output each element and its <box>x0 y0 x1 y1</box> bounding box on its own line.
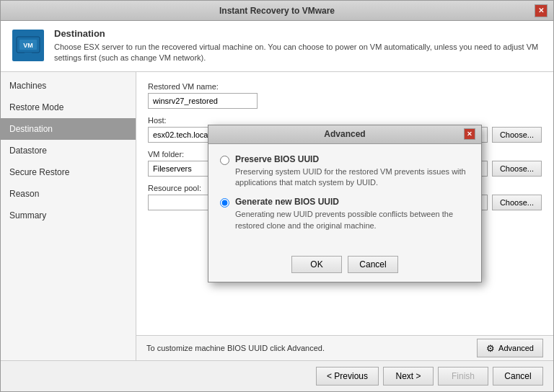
advanced-label: Advanced <box>498 344 534 352</box>
title-bar: Instant Recovery to VMware ✕ <box>1 1 553 21</box>
header-text: Destination Choose ESX server to run the… <box>54 28 543 64</box>
footer: < Previous Next > Finish Cancel <box>1 360 553 391</box>
generate-bios-radio[interactable] <box>220 198 229 208</box>
sidebar-item-summary[interactable]: Summary <box>1 205 136 226</box>
advanced-modal: Advanced ✕ Preserve BIOS UUID Prese <box>208 125 482 283</box>
content-area: Restored VM name: Host: Choose... VM fol… <box>136 72 553 335</box>
preserve-bios-label: Preserve BIOS UUID <box>235 154 470 164</box>
cancel-button[interactable]: Cancel <box>493 367 543 386</box>
sidebar-item-datastore[interactable]: Datastore <box>1 140 136 161</box>
modal-title-bar: Advanced ✕ <box>208 125 481 144</box>
modal-footer: OK Cancel <box>208 250 481 282</box>
modal-cancel-button[interactable]: Cancel <box>348 256 398 273</box>
modal-close-button[interactable]: ✕ <box>464 128 475 140</box>
gear-icon: ⚙ <box>486 343 495 354</box>
next-button[interactable]: Next > <box>383 367 434 386</box>
preserve-bios-radio[interactable] <box>220 156 229 165</box>
preserve-option: Preserve BIOS UUID Preserving system UUI… <box>220 154 470 189</box>
bottom-bar: To customize machine BIOS UUID click Adv… <box>136 335 553 360</box>
modal-ok-button[interactable]: OK <box>291 256 342 273</box>
bottom-hint: To customize machine BIOS UUID click Adv… <box>146 344 325 352</box>
header-icon: VM <box>11 28 45 63</box>
main-window: Instant Recovery to VMware ✕ VM Destinat… <box>0 0 554 392</box>
svg-rect-3 <box>21 55 35 56</box>
preserve-bios-desc: Preserving system UUID for the restored … <box>235 166 470 189</box>
sidebar: Machines Restore Mode Destination Datast… <box>1 72 136 360</box>
svg-rect-2 <box>25 53 32 55</box>
generate-option: Generate new BIOS UUID Generating new UU… <box>220 197 470 231</box>
sidebar-item-secure-restore[interactable]: Secure Restore <box>1 161 136 183</box>
modal-body: Preserve BIOS UUID Preserving system UUI… <box>208 144 481 251</box>
sidebar-item-destination[interactable]: Destination <box>1 118 136 140</box>
header-description: Choose ESX server to run the recovered v… <box>54 42 543 64</box>
generate-bios-desc: Generating new UUID prevents possible co… <box>235 209 470 231</box>
finish-button[interactable]: Finish <box>438 367 488 386</box>
window-close-button[interactable]: ✕ <box>535 4 548 17</box>
advanced-button[interactable]: ⚙ Advanced <box>477 339 543 357</box>
svg-text:VM: VM <box>23 42 33 49</box>
modal-title: Advanced <box>226 129 464 139</box>
sidebar-item-restore-mode[interactable]: Restore Mode <box>1 97 136 118</box>
header-section: VM Destination Choose ESX server to run … <box>1 21 553 72</box>
vm-logo: VM <box>12 30 44 61</box>
generate-bios-label: Generate new BIOS UUID <box>235 197 470 207</box>
previous-button[interactable]: < Previous <box>316 367 379 386</box>
main-content: Machines Restore Mode Destination Datast… <box>1 72 553 360</box>
modal-overlay: Advanced ✕ Preserve BIOS UUID Prese <box>136 72 553 335</box>
sidebar-item-reason[interactable]: Reason <box>1 183 136 205</box>
header-title: Destination <box>54 28 543 39</box>
window-title: Instant Recovery to VMware <box>19 6 535 16</box>
content-with-hint: Restored VM name: Host: Choose... VM fol… <box>136 72 553 360</box>
sidebar-item-machines[interactable]: Machines <box>1 75 136 97</box>
